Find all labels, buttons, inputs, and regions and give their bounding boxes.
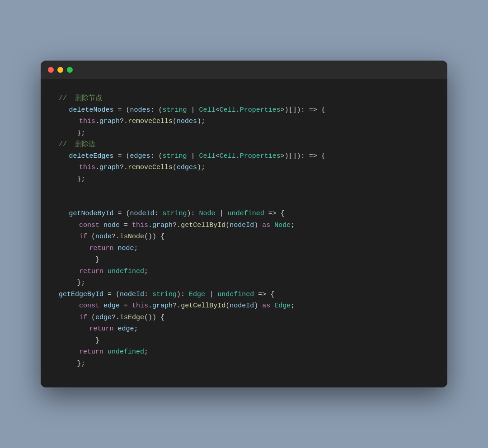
line-delete-nodes-decl: deleteNodes = (nodes: (string | Cell<Cel… [59, 104, 429, 116]
line-get-node-by-id-decl: getNodeById = (nodeId: string): Node | u… [59, 208, 429, 220]
line-remove-cells-edges: this.graph?.removeCells(edges); [59, 162, 429, 174]
blank-1 [59, 185, 429, 197]
line-close-delete-edges: }; [59, 174, 429, 185]
comment-delete-nodes: // 删除节点 [59, 93, 429, 104]
line-delete-edges-decl: deleteEdges = (edges: (string | Cell<Cel… [59, 151, 429, 162]
titlebar [41, 61, 447, 79]
maximize-button[interactable] [67, 67, 73, 73]
line-close-if-node: } [59, 254, 429, 266]
line-remove-cells-nodes: this.graph?.removeCells(nodes); [59, 116, 429, 127]
line-close-if-edge: } [59, 335, 429, 347]
line-close-get-edge: }; [59, 358, 429, 370]
line-return-node: return node; [59, 243, 429, 255]
close-button[interactable] [48, 67, 54, 73]
minimize-button[interactable] [57, 67, 63, 73]
line-close-get-node: }; [59, 277, 429, 289]
line-return-undefined-node: return undefined; [59, 266, 429, 278]
line-return-edge: return edge; [59, 323, 429, 335]
comment-delete-edges: // 删除边 [59, 139, 429, 151]
line-return-undefined-edge: return undefined; [59, 346, 429, 358]
line-if-is-edge: if (edge?.isEdge()) { [59, 312, 429, 324]
line-if-is-node: if (node?.isNode()) { [59, 231, 429, 243]
code-content: // 删除节点 deleteNodes = (nodes: (string | … [41, 79, 447, 387]
line-const-edge: const edge = this.graph?.getCellById(nod… [59, 300, 429, 312]
blank-2 [59, 197, 429, 208]
line-const-node: const node = this.graph?.getCellById(nod… [59, 220, 429, 231]
line-get-edge-by-id-decl: getEdgeById = (nodeId: string): Edge | u… [59, 289, 429, 301]
line-close-delete-nodes: }; [59, 127, 429, 139]
code-editor-window: // 删除节点 deleteNodes = (nodes: (string | … [41, 61, 447, 387]
